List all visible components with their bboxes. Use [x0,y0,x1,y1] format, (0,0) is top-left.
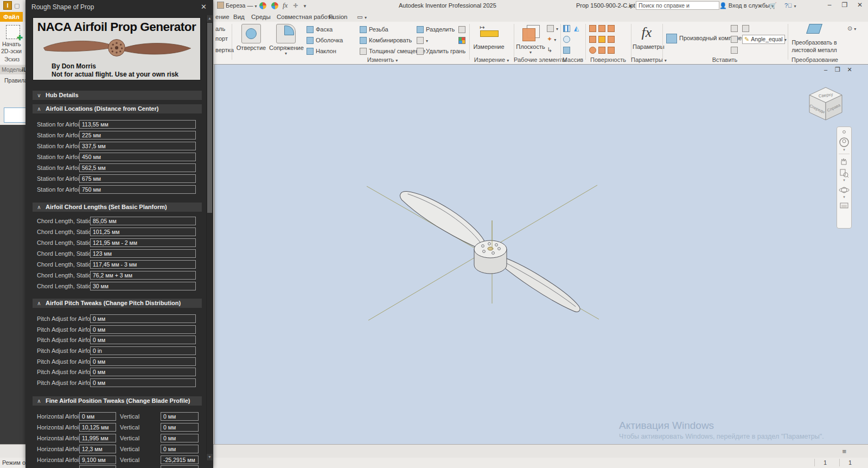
fine-5-h-input[interactable]: 9,100 мм [79,456,116,464]
section-airfoil-locations[interactable]: ∧Airfoil Locations (Distance from Center… [33,104,202,113]
fine-4-h-input[interactable]: 12,3 мм [79,445,116,453]
material-dropdown[interactable]: Береза — ▾ [217,1,257,10]
thicken-button[interactable]: Толщина/ смещение [360,47,425,55]
fine-2-h-input[interactable]: 10,125 мм [79,423,116,432]
fine-1-v-input[interactable]: 0 мм [161,412,199,421]
minimize-button[interactable]: – [822,0,837,10]
chord-1-input[interactable]: 85,05 мм [90,217,196,225]
dialog-scrollbar[interactable]: ▲ ▼ [206,15,213,460]
view-cube[interactable]: Сверху Спереди Справа [806,83,845,127]
scroll-up-icon[interactable]: ▲ [207,15,213,22]
orbit-icon[interactable] [839,185,850,195]
hamburger-icon[interactable]: ≡ [842,447,846,456]
tab-model[interactable]: Модель [2,66,22,73]
fine-3-v-input[interactable]: 0 мм [161,434,199,442]
thread-button[interactable]: Резьба [360,25,388,34]
ifeature-icon[interactable] [731,35,740,43]
surface-stitch-icon[interactable] [589,24,617,33]
measure-group-label[interactable]: Измерение ▾ [469,56,514,64]
section-fine-tweaks[interactable]: ∧Fine Airfoil Position Tweaks (Change Bl… [33,396,202,406]
tab-fusion[interactable]: Fusion [329,12,348,21]
pitch-2-input[interactable]: 0 мм [90,325,196,334]
chord-3-input[interactable]: 121,95 мм - 2 мм [90,238,196,247]
look-at-icon[interactable] [839,202,849,210]
ribbon-options-icon[interactable]: ▭ ▾ [357,12,367,21]
new-document-icon[interactable]: ▢ [14,1,20,10]
section-hub-details[interactable]: ∨Hub Details [33,91,202,100]
sketch-pattern-icon[interactable] [563,46,572,54]
plane-button[interactable]: Плоскость ▾ [515,24,546,55]
pitch-7-input[interactable]: 0 мм [90,378,196,387]
doc-restore-button[interactable]: ❒ [832,66,843,73]
fine-6-v-input[interactable] [161,465,199,468]
chord-7-input[interactable]: 30 мм [90,282,196,290]
appearance-icon[interactable] [259,1,266,10]
delete-face-button[interactable]: Удалить грань [417,47,465,55]
qat-customize-icon[interactable]: ▼ [303,1,307,10]
circular-pattern-icon[interactable] [563,35,572,43]
restore-button[interactable]: ❐ [838,0,852,10]
shell-button[interactable]: Оболочка [307,36,343,45]
zoom-icon[interactable] [839,168,849,178]
measure-button[interactable]: ↦ Измерение [472,24,506,50]
fine-4-v-input[interactable]: 0 мм [161,445,199,453]
model-viewport[interactable]: – ❒ ✕ [214,64,868,445]
chord-4-input[interactable]: 123 мм [90,249,196,258]
search-input[interactable]: Поиск по справке и командам. [636,1,719,10]
appearance-clear-icon[interactable] [271,1,278,10]
file-menu-button[interactable]: Файл [0,12,23,22]
sketch-button-label2[interactable]: 2D-эски [1,48,22,54]
convert-sheetmetal-button[interactable]: Преобразовать в листовой металл [790,24,839,53]
fine-5-v-input[interactable]: -25,2915 мм [161,456,199,464]
draft-button[interactable]: Наклон [307,47,336,55]
ucs-button[interactable]: ↳ [547,46,552,54]
station-3-input[interactable]: 337,5 мм [79,142,196,150]
station-6-input[interactable]: 675 мм [79,174,196,183]
mirror-icon[interactable]: ◭ [574,24,579,33]
section-pitch-tweaks[interactable]: ∧Airfoil Pitch Tweaks (Change Pitch Dist… [33,299,202,308]
pitch-6-input[interactable]: 0 мм [90,368,196,376]
steering-wheel-icon[interactable] [839,137,850,148]
zoom-dropdown-icon[interactable]: ▾ [837,178,851,182]
shrinkwrap-icon[interactable] [742,24,751,33]
axis-button[interactable]: ▾ [547,24,558,33]
station-4-input[interactable]: 450 мм [79,153,196,161]
doc-close-button[interactable]: ✕ [844,66,855,73]
fine-1-h-input[interactable]: 0 мм [79,412,116,421]
section-chord-lengths[interactable]: ∧Airfoil Chord Lengths (Set Basic Planfo… [33,203,202,212]
adjust-color-icon[interactable] [458,36,468,45]
fine-2-v-input[interactable]: 0 мм [161,423,199,432]
station-5-input[interactable]: 562,5 мм [79,163,196,172]
doc-minimize-button[interactable]: – [820,66,831,73]
press-pull-icon[interactable] [458,25,468,34]
rectangular-pattern-icon[interactable] [563,24,572,33]
chord-2-input[interactable]: 101,25 мм [90,227,196,236]
pan-hand-icon[interactable] [839,157,849,166]
station-7-input[interactable]: 750 мм [79,185,196,194]
wheel-dropdown-icon[interactable]: ▾ [837,148,851,152]
hole-button[interactable]: Отверстие [234,24,268,51]
fine-3-h-input[interactable]: 11,995 мм [79,434,116,442]
fine-6-h-input[interactable] [79,465,116,468]
chord-6-input[interactable]: 76,2 мм + 3 мм [90,271,196,280]
sketch-button-label1[interactable]: Начать [2,41,21,47]
tab-collaborate[interactable]: Совместная работа [277,12,334,21]
start-2d-sketch-icon[interactable]: ✚ [6,25,20,39]
plus-icon[interactable]: ✚ [293,1,298,10]
station-1-input[interactable]: 113,55 мм [79,120,196,129]
station-2-input[interactable]: 225 мм [79,131,196,140]
scrollbar-thumb[interactable] [207,23,212,213]
propeller-model[interactable] [348,163,619,337]
modify-group-label[interactable]: Изменить ▾ [304,56,461,64]
pitch-4-input[interactable]: 0 in [90,346,196,355]
tab-environments[interactable]: Среды [251,12,271,21]
pitch-1-input[interactable]: 0 мм [90,314,196,323]
tab-manage-partial[interactable]: ение [215,12,229,21]
tab-view[interactable]: Вид [233,12,245,21]
store-cart-icon[interactable]: 🛒 [769,1,777,10]
bend-part-button[interactable]: ▾ [417,36,428,45]
close-button[interactable]: ✕ [853,0,867,10]
scroll-down-icon[interactable]: ▼ [207,454,213,460]
inventor-logo-icon[interactable]: I [3,1,12,10]
chamfer-button[interactable]: Фаска [307,25,333,34]
